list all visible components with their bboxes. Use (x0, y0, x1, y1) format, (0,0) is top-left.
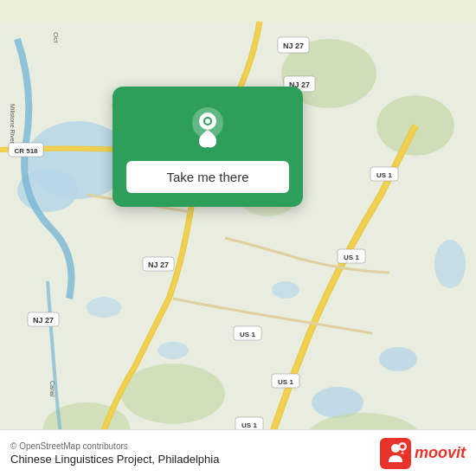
svg-point-7 (87, 297, 121, 318)
svg-text:Canal: Canal (49, 381, 55, 397)
svg-text:US 1: US 1 (241, 421, 257, 429)
svg-text:US 1: US 1 (344, 254, 359, 261)
moovit-text: moovit (415, 444, 466, 462)
svg-text:US 1: US 1 (240, 331, 255, 338)
svg-point-47 (400, 444, 404, 448)
location-pin-icon (185, 104, 230, 149)
svg-text:US 1: US 1 (278, 378, 293, 386)
svg-text:Millstone River: Millstone River (10, 104, 16, 145)
svg-point-11 (121, 363, 225, 424)
moovit-logo: moovit (380, 438, 466, 469)
svg-point-5 (434, 240, 466, 288)
moovit-brand-icon (380, 438, 411, 469)
svg-text:Oct: Oct (52, 32, 60, 43)
svg-text:NJ 27: NJ 27 (148, 261, 169, 269)
bottom-info: © OpenStreetMap contributors Chinese Lin… (10, 441, 219, 466)
svg-point-8 (158, 342, 189, 359)
bottom-bar: © OpenStreetMap contributors Chinese Lin… (0, 429, 476, 476)
svg-text:US 1: US 1 (376, 171, 392, 179)
map-svg: NJ 27 NJ 27 CR 5 CR 518 US 1 US 1 NJ 27 … (0, 0, 476, 476)
svg-point-43 (205, 119, 210, 124)
popup-card: Take me there (113, 87, 303, 207)
svg-point-6 (272, 281, 299, 299)
location-name: Chinese Linguistices Project, Philadelph… (10, 453, 219, 466)
svg-text:NJ 27: NJ 27 (283, 42, 304, 50)
svg-rect-44 (380, 438, 411, 469)
svg-text:CR 518: CR 518 (14, 147, 38, 155)
map-container: NJ 27 NJ 27 CR 5 CR 518 US 1 US 1 NJ 27 … (0, 0, 476, 476)
take-me-there-button[interactable]: Take me there (126, 161, 289, 193)
copyright-text: © OpenStreetMap contributors (10, 441, 219, 451)
svg-point-4 (379, 347, 417, 371)
svg-text:NJ 27: NJ 27 (33, 316, 54, 325)
